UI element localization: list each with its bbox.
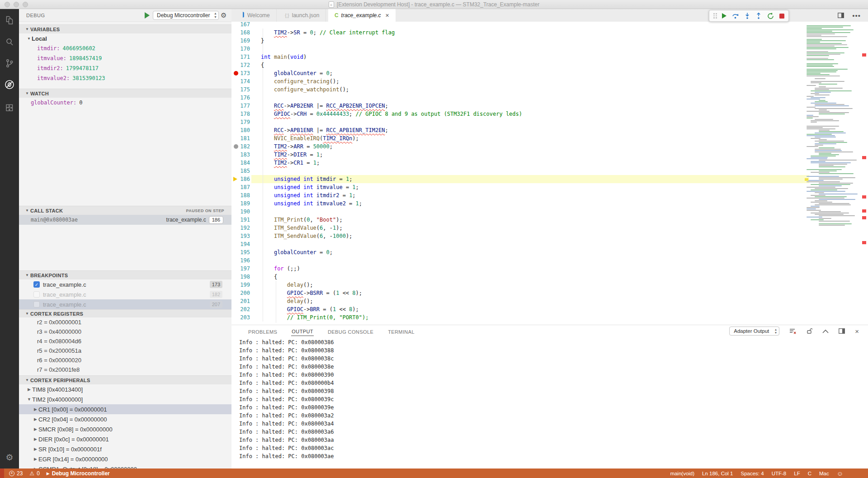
- code-line[interactable]: for (;;): [261, 265, 300, 273]
- register-row[interactable]: r3 = 0x40000000: [19, 327, 231, 336]
- code-line[interactable]: int main(void): [261, 53, 307, 61]
- breakpoint-checkbox[interactable]: [33, 301, 40, 308]
- code-line[interactable]: RCC->APB1ENR |= RCC_APB1ENR_TIM2EN;: [261, 126, 388, 134]
- clear-output-icon[interactable]: [789, 328, 797, 334]
- sidebar-item-search[interactable]: [0, 35, 19, 51]
- code-line[interactable]: GPIOC->BSRR = (1 << 8);: [261, 289, 362, 297]
- breakpoint-dot[interactable]: [234, 71, 238, 76]
- continue-button[interactable]: [722, 13, 726, 19]
- code-line[interactable]: RCC->APB2ENR |= RCC_APB2ENR_IOPCEN;: [261, 102, 388, 110]
- status-item[interactable]: LF: [794, 471, 800, 476]
- panel-layout-icon[interactable]: [839, 328, 845, 334]
- peripheral-row[interactable]: ▶EGR [0x14] = 0x00000000: [19, 454, 231, 464]
- status-item[interactable]: Spaces: 4: [741, 471, 764, 476]
- panel-tab-output[interactable]: OUTPUT: [291, 327, 314, 336]
- panel-tab-debug-console[interactable]: DEBUG CONSOLE: [327, 327, 374, 336]
- code-line[interactable]: GPIOC->BRR = (1 << 8);: [261, 305, 359, 313]
- close-panel-icon[interactable]: ×: [855, 327, 859, 335]
- code-line[interactable]: {: [261, 273, 277, 281]
- peripheral-row[interactable]: ▶TIM8 [0x40013400]: [19, 384, 231, 394]
- code-line[interactable]: TIM2->CR1 = 1;: [261, 159, 320, 167]
- peripheral-row[interactable]: ▶DIER [0x0c] = 0x00000001: [19, 434, 231, 444]
- code-line[interactable]: ITM_Print(0, "Boot");: [261, 216, 343, 224]
- feedback-smiley-icon[interactable]: ☺: [837, 470, 843, 477]
- warning-count-item[interactable]: ⚠ 0: [29, 470, 39, 477]
- peripheral-row[interactable]: ▼TIM2 [0x40000000]: [19, 394, 231, 404]
- peripheral-row[interactable]: ▶SR [0x10] = 0x0000001f: [19, 444, 231, 454]
- variable-row[interactable]: itmdir2:1799478117: [19, 63, 231, 73]
- cortex-peripherals-header[interactable]: ▼CORTEX PERIPHERALS: [19, 375, 231, 384]
- sidebar-item-source-control[interactable]: [0, 57, 19, 72]
- variable-row[interactable]: itmvalue2:3815390123: [19, 73, 231, 83]
- breakpoints-section-header[interactable]: ▼BREAKPOINTS: [19, 270, 231, 279]
- chevron-right-icon[interactable]: ▶: [33, 407, 38, 412]
- close-tab-icon[interactable]: ×: [386, 12, 389, 19]
- sidebar-item-debug[interactable]: [0, 78, 19, 93]
- register-row[interactable]: r4 = 0x080004d6: [19, 336, 231, 346]
- minimap[interactable]: [805, 22, 855, 325]
- code-line[interactable]: TIM2->DIER = 1;: [261, 151, 323, 159]
- disabled-breakpoint-dot[interactable]: [234, 144, 238, 149]
- split-editor-icon[interactable]: [838, 13, 844, 18]
- chevron-right-icon[interactable]: ▶: [26, 387, 32, 392]
- status-item[interactable]: Mac: [819, 471, 829, 476]
- chevron-right-icon[interactable]: ▶: [33, 437, 38, 441]
- more-actions-icon[interactable]: •••: [852, 12, 861, 19]
- code-line[interactable]: configure_watchpoint();: [261, 85, 349, 94]
- code-line[interactable]: // ITM_Print(0, "PORT0");: [261, 313, 368, 322]
- error-count-item[interactable]: × 23: [9, 470, 23, 477]
- chevron-right-icon[interactable]: ▶: [33, 447, 38, 451]
- output-channel-select[interactable]: Adapter Output ▲▼: [729, 327, 779, 336]
- watch-row[interactable]: globalCounter:0: [19, 98, 231, 108]
- sidebar-item-explorer[interactable]: [0, 14, 19, 29]
- tab-trace-example[interactable]: C trace_example.c ×: [328, 9, 396, 22]
- output-log[interactable]: Info : halted: PC: 0x08000386Info : halt…: [231, 337, 868, 469]
- peripheral-row[interactable]: ▶SMCR [0x08] = 0x00000000: [19, 424, 231, 434]
- register-row[interactable]: r7 = 0x20001fe8: [19, 365, 231, 374]
- peripheral-row[interactable]: ▶CCMR1_Output [0x18] = 0x00000000: [19, 464, 231, 469]
- peripheral-row[interactable]: ▶CR2 [0x04] = 0x00000000: [19, 414, 231, 424]
- code-line[interactable]: unsigned int itmdir2 = 1;: [261, 191, 356, 199]
- code-line[interactable]: globalCounter = 0;: [261, 248, 333, 256]
- watch-section-header[interactable]: ▼WATCH: [19, 89, 231, 98]
- status-item[interactable]: UTF-8: [772, 471, 787, 476]
- status-item[interactable]: C: [808, 471, 811, 476]
- code-line[interactable]: delay();: [261, 281, 313, 289]
- variables-scope-row[interactable]: ▼Local: [19, 33, 231, 43]
- maximize-panel-icon[interactable]: [822, 329, 829, 333]
- step-into-button[interactable]: [744, 12, 750, 19]
- code-line[interactable]: unsigned int itmdir = 1;: [261, 175, 352, 183]
- overview-ruler[interactable]: [862, 22, 867, 325]
- restart-button[interactable]: [767, 12, 774, 20]
- chevron-right-icon[interactable]: ▶: [33, 417, 38, 421]
- register-row[interactable]: r6 = 0x00000020: [19, 355, 231, 365]
- stack-frame-row[interactable]: main@0x080003ae trace_example.c 186: [19, 215, 231, 225]
- code-line[interactable]: globalCounter = 0;: [261, 69, 333, 77]
- code-line[interactable]: {: [261, 61, 264, 69]
- code-line[interactable]: NVIC_EnableIRQ(TIM2_IRQn);: [261, 134, 359, 142]
- peripheral-row[interactable]: ▶CR1 [0x00] = 0x00000001: [19, 404, 231, 414]
- breakpoint-row[interactable]: trace_example.c182: [19, 289, 231, 299]
- code-line[interactable]: unsigned int itmvalue2 = 1;: [261, 199, 362, 208]
- status-item[interactable]: main(void): [670, 471, 694, 476]
- panel-tab-terminal[interactable]: TERMINAL: [387, 327, 415, 336]
- code-line[interactable]: TIM2->SR = 0; // Clear interrupt flag: [261, 28, 395, 37]
- start-debugging-button[interactable]: [145, 12, 150, 19]
- tab-welcome[interactable]: Welcome: [231, 9, 277, 22]
- chevron-right-icon[interactable]: ▶: [33, 427, 38, 431]
- debug-config-select[interactable]: Debug Microcontroller ▲▼: [153, 11, 219, 20]
- drag-handle-icon[interactable]: [713, 13, 717, 19]
- breakpoint-checkbox[interactable]: [33, 291, 40, 298]
- settings-gear-icon[interactable]: ⚙: [0, 450, 19, 464]
- code-line[interactable]: unsigned int itmvalue = 1;: [261, 183, 359, 191]
- code-line[interactable]: delay();: [261, 297, 313, 305]
- step-over-button[interactable]: [731, 12, 739, 19]
- chevron-down-icon[interactable]: ▼: [26, 397, 32, 402]
- configure-gear-icon[interactable]: ⚙: [221, 11, 226, 19]
- register-row[interactable]: r5 = 0x2000051a: [19, 346, 231, 355]
- debug-status-item[interactable]: ▶ Debug Microcontroller: [47, 470, 110, 477]
- code-line[interactable]: GPIOC->CRH = 0x44444433; // GPIOC 8 and …: [261, 110, 522, 118]
- step-out-button[interactable]: [755, 12, 762, 19]
- status-item[interactable]: Ln 186, Col 1: [702, 471, 733, 476]
- code-line[interactable]: TIM2->ARR = 50000;: [261, 142, 333, 151]
